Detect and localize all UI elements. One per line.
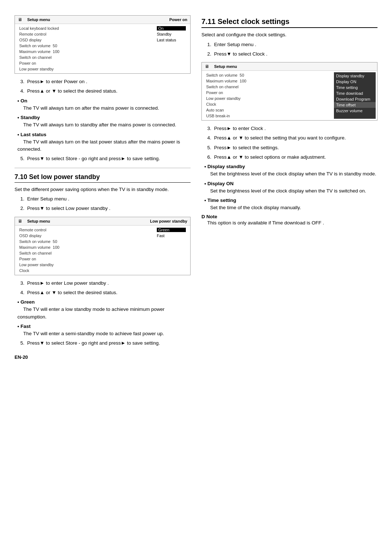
menu-row: Switch on volume 50 bbox=[16, 43, 189, 49]
step3-711: 3. Press► to enter Clock . bbox=[207, 125, 377, 132]
menu-row: Local keyboard locked On bbox=[16, 25, 189, 31]
note-d: D Note This option is only available if … bbox=[201, 214, 377, 227]
step3: 3. Press► to enter Power on . bbox=[20, 78, 191, 85]
clock-menu: 🖥 Setup menu Switch on volume 50 Maximum… bbox=[201, 62, 377, 121]
step5-711: 5. Press► to select the settings. bbox=[207, 144, 377, 151]
intro-710: Set the different power saving options w… bbox=[15, 186, 191, 194]
bullet-on: On The TV will always turn on after the … bbox=[17, 97, 191, 112]
monitor-icon-3: 🖥 bbox=[205, 64, 211, 69]
menu-row: Switch on volume 50 bbox=[16, 239, 189, 244]
menu-row: Power on bbox=[16, 60, 189, 66]
clock-value-4: Time download bbox=[334, 90, 376, 96]
clock-value-5: Download Program bbox=[334, 96, 376, 102]
bullet-fast: Fast The TV will enter a semi-standby mo… bbox=[17, 323, 191, 338]
menu-row: Maximum volume 100 bbox=[16, 244, 189, 250]
step1-710: 1. Enter Setup menu . bbox=[20, 195, 191, 203]
menu-row: OSD display Fast bbox=[16, 233, 189, 239]
bullet-display-standby: Display standby Set the brightness level… bbox=[204, 163, 377, 178]
menu-row: OSD display Last status bbox=[16, 37, 189, 43]
step5: 5. Press▼ to select Store - go right and… bbox=[20, 155, 191, 162]
step4-710: 4. Press▲ or ▼ to select the desired sta… bbox=[20, 289, 191, 296]
menu-row: Switch on volume 50 bbox=[203, 72, 334, 78]
menu-row: Switch on channel bbox=[203, 84, 334, 90]
menu-row: Clock bbox=[203, 101, 334, 107]
step2-711: 2. Press▼ to select Clock . bbox=[207, 50, 377, 58]
low-power-standby-menu: 🖥 Setup menu Low power standby Remote co… bbox=[15, 217, 191, 275]
menu-row: Remote control Standby bbox=[16, 31, 189, 37]
menu-row: Maximum volume 100 bbox=[16, 49, 189, 54]
left-column: 🖥 Setup menu Power on Local keyboard loc… bbox=[15, 11, 191, 360]
bullet-last-status: Last status The TV will always turn on t… bbox=[17, 131, 191, 153]
right-column: 7.11 Select clock settings Select and co… bbox=[201, 11, 377, 360]
bullet-display-on: Display ON Set the brightness level of t… bbox=[204, 180, 377, 195]
clock-value-2: Display ON bbox=[334, 79, 376, 85]
section-710-heading: 7.10 Set low power standby bbox=[15, 173, 191, 183]
monitor-icon-2: 🖥 bbox=[18, 219, 24, 224]
page-number: EN-20 bbox=[15, 354, 191, 360]
menu-row: Auto scan bbox=[203, 107, 334, 113]
intro-711: Select and configure the clock settings. bbox=[201, 31, 377, 39]
section-711-heading: 7.11 Select clock settings bbox=[201, 17, 377, 28]
clock-value-6: Time offset bbox=[334, 102, 376, 108]
menu3-title: Setup menu bbox=[214, 64, 374, 69]
step5-710: 5. Press▼ to select Store - go right and… bbox=[20, 340, 191, 347]
step1-711: 1. Enter Setup menu . bbox=[207, 41, 377, 48]
clock-value-3: Time setting bbox=[334, 85, 376, 90]
power-on-menu: 🖥 Setup menu Power on Local keyboard loc… bbox=[15, 15, 191, 74]
step3-710: 3. Press► to enter Low power standby . bbox=[20, 280, 191, 287]
clock-value-7: Buzzer volume bbox=[334, 108, 376, 114]
menu-row: Power on bbox=[203, 90, 334, 96]
step6-711: 6. Press▲ or ▼ to select options or make… bbox=[207, 154, 377, 161]
menu-row: USB break-in bbox=[203, 113, 334, 119]
menu-row: Maximum volume 100 bbox=[203, 78, 334, 84]
bullet-green: Green The TV will enter a low standby mo… bbox=[17, 299, 191, 321]
menu-row: Switch on channel bbox=[16, 54, 189, 60]
menu-row: Low power standby bbox=[16, 262, 189, 268]
menu-row: Remote control Green bbox=[16, 227, 189, 233]
menu-row: Low power standby bbox=[203, 96, 334, 101]
menu2-header-value: Low power standby bbox=[150, 219, 187, 223]
step4-711: 4. Press▲ or ▼ to select the setting tha… bbox=[207, 134, 377, 142]
step4: 4. Press▲ or ▼ to select the desired sta… bbox=[20, 88, 191, 95]
menu1-title: Setup menu bbox=[27, 17, 166, 22]
monitor-icon: 🖥 bbox=[18, 17, 24, 22]
bullet-standby: Standby The TV will always turn to stand… bbox=[17, 114, 191, 129]
step2-710: 2. Press▼ to select Low power standby . bbox=[20, 205, 191, 212]
clock-value-1: Display standby bbox=[334, 73, 376, 79]
bullet-time-setting: Time setting Set the time of the clock d… bbox=[204, 197, 377, 212]
menu-row: Switch on channel bbox=[16, 250, 189, 256]
menu1-header-value: Power on bbox=[169, 17, 187, 22]
menu2-title: Setup menu bbox=[27, 219, 147, 223]
menu-row: Clock bbox=[16, 268, 189, 273]
menu-row: Power on bbox=[16, 256, 189, 262]
menu-row: Low power standby bbox=[16, 66, 189, 72]
